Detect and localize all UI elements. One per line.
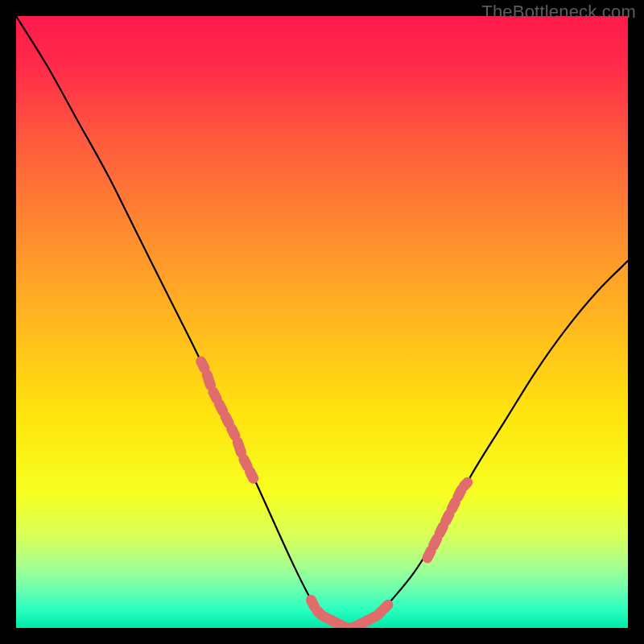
marker-pill xyxy=(446,514,449,522)
marker-pill xyxy=(225,416,229,423)
marker-pill xyxy=(244,460,247,467)
chart-svg xyxy=(16,16,628,628)
marker-pill xyxy=(458,490,461,497)
marker-pill xyxy=(440,526,443,534)
marker-pill xyxy=(433,539,436,546)
marker-pill xyxy=(427,551,431,559)
plot-area xyxy=(16,16,628,628)
marker-pill xyxy=(311,600,314,607)
marker-pill xyxy=(219,404,222,411)
marker-pill xyxy=(250,472,253,479)
watermark-text: TheBottleneck.com xyxy=(481,2,636,23)
marker-pill xyxy=(213,392,217,399)
marker-pill xyxy=(201,361,204,369)
marker-pill xyxy=(385,605,388,608)
marker-pill xyxy=(464,482,467,485)
gradient-background xyxy=(16,16,628,628)
marker-pill xyxy=(207,375,210,386)
marker-pill xyxy=(232,429,235,436)
marker-pill xyxy=(237,442,241,452)
marker-pill xyxy=(452,502,455,510)
chart-frame: TheBottleneck.com xyxy=(0,0,644,644)
